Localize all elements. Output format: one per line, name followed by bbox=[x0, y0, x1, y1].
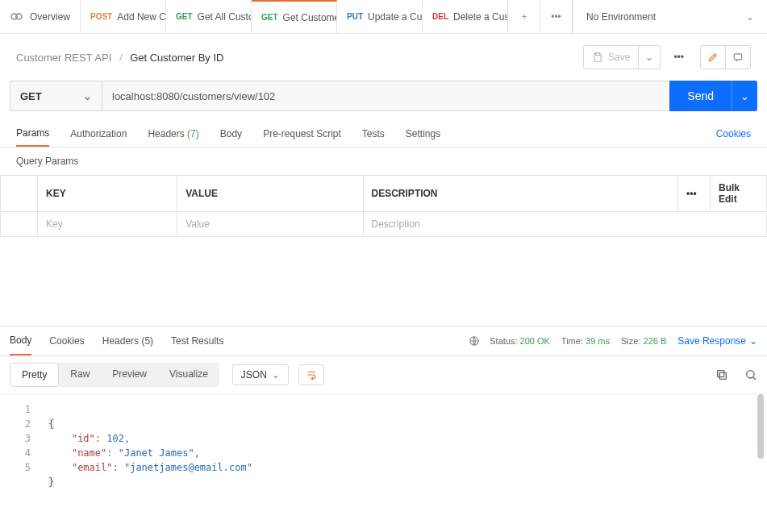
code-content: { "id": 102, "name": "Janet James", "ema… bbox=[48, 402, 767, 489]
line-num: 3 bbox=[0, 431, 40, 446]
view-preview[interactable]: Preview bbox=[101, 363, 158, 387]
time-value: 39 ms bbox=[586, 336, 610, 346]
search-icon[interactable] bbox=[744, 368, 757, 381]
size-meta: Size: 226 B bbox=[621, 336, 666, 346]
wrap-lines-button[interactable] bbox=[298, 364, 324, 385]
desc-header: DESCRIPTION bbox=[363, 176, 677, 212]
ellipsis-icon: ••• bbox=[686, 188, 697, 199]
tab-params[interactable]: Params bbox=[16, 121, 49, 147]
tab-label: Update a Cu bbox=[368, 11, 422, 23]
view-mode-segment: Pretty Raw Preview Visualize bbox=[10, 363, 219, 387]
format-select[interactable]: JSON ⌄ bbox=[232, 364, 289, 385]
tab-request-0[interactable]: POST Add New C bbox=[81, 0, 166, 33]
method-badge: POST bbox=[90, 12, 112, 21]
status-value: 200 OK bbox=[520, 336, 550, 346]
tab-headers[interactable]: Headers (7) bbox=[148, 122, 198, 146]
tab-overflow-button[interactable]: ••• bbox=[540, 0, 573, 33]
tab-settings[interactable]: Settings bbox=[406, 122, 440, 146]
tab-request-3[interactable]: PUT Update a Cu bbox=[337, 0, 423, 33]
send-label: Send bbox=[687, 89, 714, 102]
chevron-down-icon: ⌄ bbox=[83, 90, 92, 102]
tab-label: Add New C bbox=[117, 11, 166, 23]
time-meta: Time: 39 ms bbox=[561, 336, 610, 346]
view-pretty[interactable]: Pretty bbox=[10, 363, 59, 387]
chevron-down-icon: ⌄ bbox=[645, 52, 653, 63]
tab-request-4[interactable]: DEL Delete a Cus bbox=[423, 0, 508, 33]
globe-icon[interactable] bbox=[469, 335, 480, 347]
row-options-header[interactable]: ••• bbox=[678, 176, 711, 212]
request-options-button[interactable]: ••• bbox=[667, 45, 690, 69]
tab-prerequest-label: Pre-request Script bbox=[263, 128, 341, 139]
status-meta: Status: 200 OK bbox=[490, 336, 550, 346]
resp-tab-body[interactable]: Body bbox=[10, 326, 31, 355]
send-button[interactable]: Send bbox=[669, 81, 732, 111]
url-value: localhost:8080/customers/view/102 bbox=[112, 90, 275, 102]
value-header: VALUE bbox=[177, 176, 363, 212]
chevron-down-icon: ⌄ bbox=[272, 369, 280, 380]
method-select[interactable]: GET ⌄ bbox=[10, 81, 102, 111]
resp-headers-count: (5) bbox=[141, 335, 153, 347]
wrap-icon bbox=[306, 369, 317, 380]
method-badge: GET bbox=[261, 13, 278, 22]
key-input[interactable]: Key bbox=[38, 212, 177, 237]
code-token: "Janet James" bbox=[119, 447, 194, 459]
desc-input[interactable]: Description bbox=[363, 212, 766, 237]
new-tab-button[interactable]: ＋ bbox=[508, 0, 540, 33]
save-response-button[interactable]: Save Response ⌄ bbox=[677, 335, 757, 347]
view-raw-label: Raw bbox=[70, 368, 90, 380]
ellipsis-icon: ••• bbox=[551, 11, 561, 23]
cookies-label: Cookies bbox=[716, 128, 751, 139]
app-logo-icon bbox=[10, 10, 23, 24]
view-raw[interactable]: Raw bbox=[59, 363, 101, 387]
save-dropdown[interactable]: ⌄ bbox=[639, 45, 661, 69]
tab-overview[interactable]: Overview bbox=[0, 0, 81, 33]
line-num: 4 bbox=[0, 446, 40, 460]
edit-button[interactable] bbox=[700, 45, 726, 69]
size-label: Size: bbox=[621, 336, 640, 346]
size-value: 226 B bbox=[644, 336, 667, 346]
status-label: Status: bbox=[490, 336, 517, 346]
tab-body-label: Body bbox=[220, 128, 242, 139]
view-pretty-label: Pretty bbox=[22, 369, 47, 380]
response-body[interactable]: 1 2 3 4 5 { "id": 102, "name": "Janet Ja… bbox=[0, 394, 767, 523]
pencil-icon bbox=[707, 52, 719, 63]
tab-body[interactable]: Body bbox=[220, 122, 242, 146]
line-gutter: 1 2 3 4 5 bbox=[0, 402, 40, 475]
tab-overview-label: Overview bbox=[30, 11, 70, 23]
table-row[interactable]: Key Value Description bbox=[1, 212, 767, 237]
resp-tab-cookies-label: Cookies bbox=[49, 335, 84, 347]
url-input[interactable]: localhost:8080/customers/view/102 bbox=[102, 81, 669, 111]
tab-label: Delete a Cus bbox=[453, 11, 508, 23]
comment-button[interactable] bbox=[726, 45, 751, 69]
tab-prerequest[interactable]: Pre-request Script bbox=[263, 122, 341, 146]
tab-tests[interactable]: Tests bbox=[362, 122, 385, 146]
tab-request-1[interactable]: GET Get All Custo bbox=[166, 0, 252, 33]
plus-icon: ＋ bbox=[519, 10, 529, 23]
line-num: 2 bbox=[0, 417, 40, 431]
scrollbar[interactable] bbox=[757, 394, 764, 459]
tab-authorization[interactable]: Authorization bbox=[70, 122, 127, 146]
save-button[interactable]: Save bbox=[583, 45, 639, 69]
copy-icon[interactable] bbox=[715, 368, 728, 381]
view-visualize[interactable]: Visualize bbox=[158, 363, 219, 387]
view-preview-label: Preview bbox=[112, 368, 147, 380]
save-icon bbox=[592, 52, 603, 63]
headers-count: (7) bbox=[187, 128, 199, 139]
chevron-down-icon: ⌄ bbox=[746, 11, 754, 23]
query-params-table: KEY VALUE DESCRIPTION ••• Bulk Edit Key … bbox=[0, 175, 767, 237]
send-dropdown[interactable]: ⌄ bbox=[732, 81, 757, 111]
environment-selector[interactable]: No Environment ⌄ bbox=[573, 0, 767, 33]
chevron-down-icon: ⌄ bbox=[740, 90, 749, 102]
save-label: Save bbox=[608, 52, 630, 63]
environment-label: No Environment bbox=[586, 11, 656, 23]
resp-tab-headers[interactable]: Headers (5) bbox=[102, 327, 153, 355]
resp-tab-tests[interactable]: Test Results bbox=[171, 327, 223, 355]
breadcrumb-collection[interactable]: Customer REST API bbox=[16, 52, 111, 64]
bulk-edit-button[interactable]: Bulk Edit bbox=[711, 176, 767, 212]
value-input[interactable]: Value bbox=[177, 212, 363, 237]
svg-rect-2 bbox=[596, 53, 600, 56]
resp-tab-cookies[interactable]: Cookies bbox=[49, 327, 84, 355]
cookies-link[interactable]: Cookies bbox=[716, 128, 751, 139]
row-checkbox[interactable] bbox=[1, 212, 38, 237]
tab-request-2[interactable]: GET Get Custome bbox=[252, 0, 337, 33]
